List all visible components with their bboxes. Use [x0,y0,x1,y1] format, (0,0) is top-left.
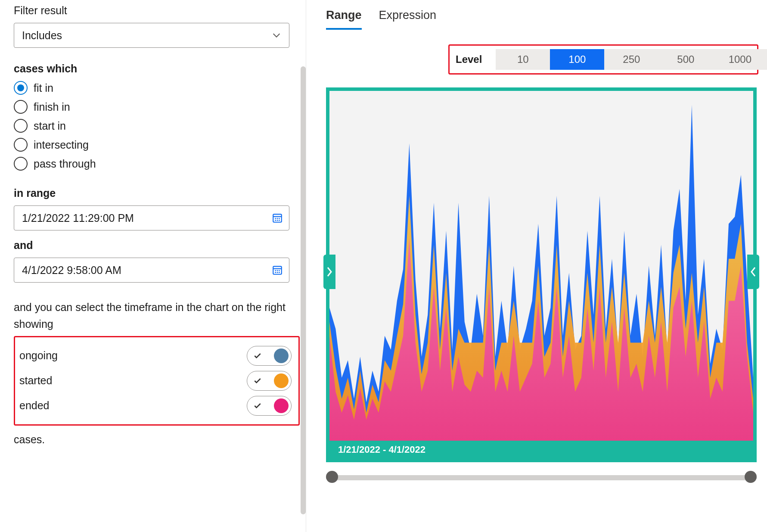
radio-intersecting[interactable]: intersecting [14,138,292,152]
legend-started-label: started [19,374,52,387]
from-date-input[interactable]: 1/21/2022 11:29:00 PM [14,205,289,230]
to-date-input[interactable]: 4/1/2022 9:58:00 AM [14,258,289,283]
radio-icon [14,81,28,95]
level-250[interactable]: 250 [604,49,658,70]
timeframe-chart[interactable]: 1/21/2022 - 4/1/2022 [326,87,757,462]
toggle-started[interactable] [247,371,292,391]
level-highlight-box: Level 10 100 250 500 1000 [448,44,758,75]
svg-point-10 [275,270,276,271]
toggle-ongoing[interactable] [247,346,292,366]
legend-highlight-box: ongoing started ended [14,336,300,426]
in-range-label: in range [14,187,292,199]
toggle-knob [274,373,289,388]
check-icon [253,401,262,410]
svg-point-13 [275,272,276,273]
slider-thumb-left[interactable] [326,471,338,483]
chart-handle-right[interactable] [747,255,759,289]
radio-label: pass through [34,158,96,170]
calendar-icon [272,264,283,276]
level-500[interactable]: 500 [658,49,713,70]
radio-icon [14,100,28,114]
svg-point-5 [275,220,276,221]
level-10[interactable]: 10 [496,49,550,70]
level-label: Level [456,53,482,65]
svg-point-2 [275,218,276,219]
and-label: and [14,239,292,252]
radio-fit-in[interactable]: fit in [14,81,292,95]
check-icon [253,376,262,385]
svg-point-4 [279,218,280,219]
cases-tail-text: cases. [14,433,292,446]
toggle-ended[interactable] [247,396,292,416]
slider-thumb-right[interactable] [745,471,757,483]
level-1000[interactable]: 1000 [713,49,767,70]
chart-range-label: 1/21/2022 - 4/1/2022 [329,441,753,459]
filter-result-select[interactable]: Includes [14,23,289,48]
to-date-value: 4/1/2022 9:58:00 AM [22,264,121,277]
chevron-down-icon [272,31,281,40]
tab-expression[interactable]: Expression [379,9,437,30]
svg-point-6 [277,220,278,221]
chart-canvas [329,91,753,459]
radio-label: fit in [34,82,53,94]
svg-point-11 [277,270,278,271]
svg-point-15 [279,272,280,273]
radio-pass-through[interactable]: pass through [14,157,292,171]
radio-finish-in[interactable]: finish in [14,100,292,114]
toggle-knob [274,398,289,413]
radio-icon [14,138,28,152]
filter-result-label: Filter result [14,4,292,17]
toggle-knob [274,348,289,363]
hint-text: and you can select the timeframe in the … [14,299,289,333]
slider-track [326,475,757,480]
radio-icon [14,119,28,133]
svg-point-7 [279,220,280,221]
chart-handle-left[interactable] [323,255,335,289]
tabs: Range Expression [326,9,758,30]
calendar-icon [272,212,283,224]
svg-point-14 [277,272,278,273]
radio-label: intersecting [34,139,89,151]
level-100[interactable]: 100 [550,49,604,70]
cases-which-label: cases which [14,62,292,75]
check-icon [253,352,262,360]
radio-icon [14,157,28,171]
scrollbar[interactable] [301,66,306,514]
filter-result-value: Includes [22,29,62,42]
radio-label: finish in [34,101,70,113]
level-segmented: 10 100 250 500 1000 [496,49,767,70]
range-slider[interactable] [326,471,757,483]
from-date-value: 1/21/2022 11:29:00 PM [22,212,134,224]
radio-label: start in [34,120,66,132]
legend-ongoing-label: ongoing [19,349,58,362]
svg-point-12 [279,270,280,271]
radio-start-in[interactable]: start in [14,119,292,133]
tab-range[interactable]: Range [326,9,362,30]
svg-point-3 [277,218,278,219]
legend-ended-label: ended [19,399,50,412]
